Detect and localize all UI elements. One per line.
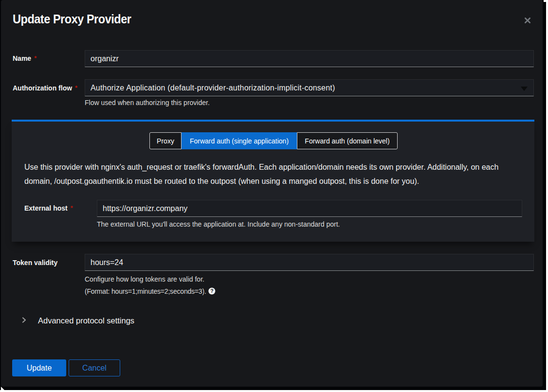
- svg-text:?: ?: [210, 288, 213, 294]
